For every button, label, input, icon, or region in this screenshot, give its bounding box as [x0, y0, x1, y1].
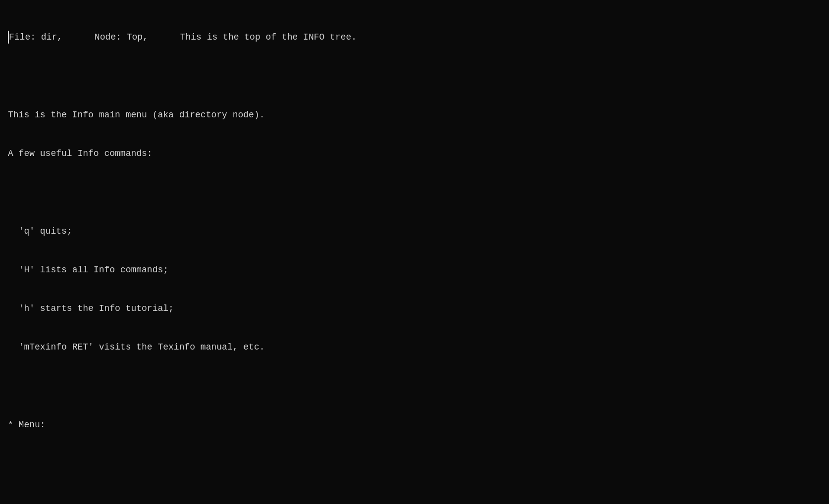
command-4: 'mTexinfo RET' visits the Texinfo manual…: [8, 341, 821, 353]
terminal-window: File: dir, Node: Top, This is the top of…: [8, 5, 821, 504]
command-3: 'h' starts the Info tutorial;: [8, 302, 821, 315]
command-1: 'q' quits;: [8, 225, 821, 238]
intro-line-2: A few useful Info commands:: [8, 147, 821, 160]
blank-line-1: [8, 69, 821, 82]
menu-label: * Menu:: [8, 418, 821, 431]
blank-line-3: [8, 380, 821, 393]
command-2: 'H' lists all Info commands;: [8, 263, 821, 276]
blank-line-2: [8, 186, 821, 199]
blank-line-4: [8, 457, 821, 470]
header-line: File: dir, Node: Top, This is the top of…: [8, 31, 821, 44]
intro-line-1: This is the Info main menu (aka director…: [8, 108, 821, 121]
